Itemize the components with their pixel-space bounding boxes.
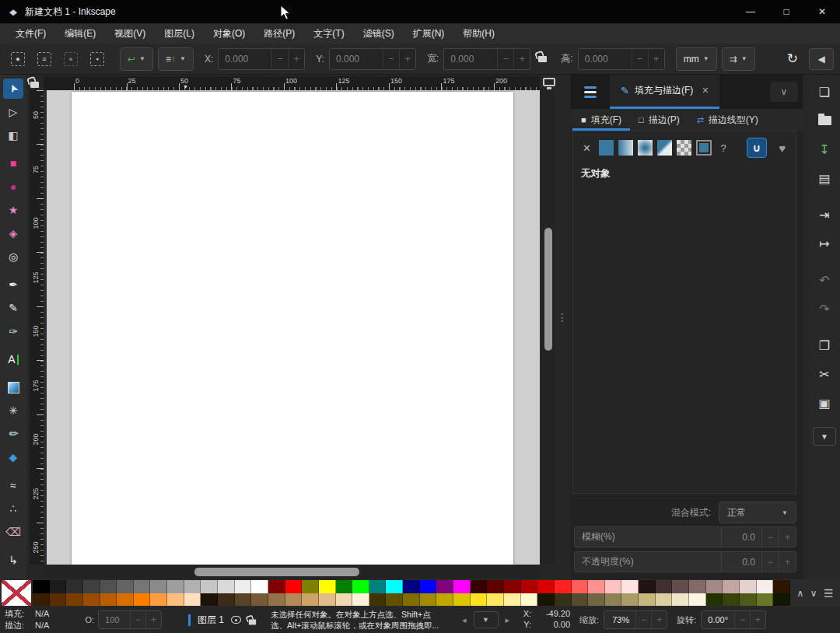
menu-item-2[interactable]: 视图(V): [105, 24, 155, 44]
opacity-plus-button[interactable]: +: [779, 552, 796, 572]
color-swatch-row2-11[interactable]: [218, 593, 235, 607]
color-swatch-row2-23[interactable]: [420, 593, 437, 607]
fill-rule-nonzero-button[interactable]: ♥: [772, 138, 793, 158]
color-swatch-row2-31[interactable]: [555, 593, 572, 607]
tool-paint-bucket[interactable]: ◆: [3, 447, 23, 467]
opacity-minus-button[interactable]: −: [761, 552, 779, 572]
import-button[interactable]: ⇥: [815, 205, 834, 224]
color-swatch-row1-38[interactable]: [672, 580, 689, 593]
tool-node-editor[interactable]: ▷: [3, 102, 23, 122]
color-swatch-row2-2[interactable]: [66, 593, 83, 607]
color-swatch-row2-14[interactable]: [268, 593, 285, 607]
color-swatch-row1-9[interactable]: [184, 580, 201, 593]
canvas-viewport[interactable]: [44, 90, 540, 565]
color-swatch-row2-28[interactable]: [504, 593, 521, 607]
color-swatch-row2-26[interactable]: [471, 593, 488, 607]
tool-gradient[interactable]: [3, 377, 23, 397]
color-swatch-row2-1[interactable]: [50, 593, 67, 607]
height-field[interactable]: 0.000 −+: [578, 48, 665, 70]
select-all-icon[interactable]: ●: [11, 52, 25, 66]
subtab-stroke-style[interactable]: ⇄描边线型(Y): [688, 109, 767, 131]
color-swatch-row2-27[interactable]: [487, 593, 504, 607]
rotation-minus[interactable]: −: [734, 611, 750, 628]
dock-collapse-button[interactable]: ∨: [770, 82, 798, 102]
color-swatch-row2-34[interactable]: [605, 593, 622, 607]
color-swatch-row2-16[interactable]: [302, 593, 319, 607]
vertical-ruler[interactable]: 5075100125150175200225250: [30, 90, 44, 565]
paint-linear-gradient-button[interactable]: [618, 140, 633, 156]
color-swatch-row2-35[interactable]: [621, 593, 639, 607]
document-page[interactable]: [72, 92, 513, 565]
rotation-value[interactable]: 0.00°: [702, 611, 734, 628]
palette-scroll-down-icon[interactable]: ∨: [810, 588, 817, 599]
new-document-button[interactable]: ❏: [815, 82, 834, 101]
layer-lock-icon[interactable]: [249, 620, 256, 625]
zoom-field[interactable]: 73% − +: [604, 610, 667, 629]
blend-mode-dropdown[interactable]: 正常 ▼: [719, 502, 796, 523]
color-swatch-row1-19[interactable]: [352, 580, 369, 593]
maximize-button[interactable]: □: [768, 0, 804, 23]
message-next-icon[interactable]: ▸: [506, 615, 510, 625]
cut-button[interactable]: ✂: [815, 365, 834, 383]
palette-menu-icon[interactable]: ☰: [824, 587, 834, 600]
subtab-stroke-paint[interactable]: □描边(P): [630, 109, 688, 131]
tool-star[interactable]: ★: [3, 200, 23, 220]
message-dropdown-button[interactable]: ▼: [474, 611, 499, 628]
color-swatch-row1-14[interactable]: [268, 580, 285, 593]
color-swatch-row1-20[interactable]: [369, 580, 387, 593]
width-field[interactable]: 0.000 −+: [443, 48, 530, 70]
blur-value[interactable]: 0.0: [721, 527, 761, 547]
tool-dropper[interactable]: ✐: [3, 424, 23, 444]
color-swatch-row1-13[interactable]: [251, 580, 268, 593]
color-swatch-row1-33[interactable]: [588, 580, 605, 593]
color-swatch-row2-17[interactable]: [319, 593, 336, 607]
height-plus-button[interactable]: +: [648, 49, 664, 69]
color-management-icon[interactable]: [543, 78, 555, 86]
more-commands-button[interactable]: ▼: [813, 427, 836, 446]
dock-tab-swatches-icon[interactable]: [571, 75, 610, 109]
paint-none-button[interactable]: ✕: [579, 140, 594, 156]
zoom-value[interactable]: 73%: [604, 611, 635, 628]
vertical-scrollbar-thumb[interactable]: [544, 228, 552, 351]
color-swatch-row2-0[interactable]: [33, 593, 50, 607]
color-swatch-row1-28[interactable]: [504, 580, 521, 593]
color-swatch-row1-41[interactable]: [723, 580, 740, 593]
color-swatch-row2-12[interactable]: [235, 593, 252, 607]
color-swatch-row1-7[interactable]: [150, 580, 167, 593]
unit-dropdown[interactable]: mm▼: [676, 47, 717, 71]
opacity-plus[interactable]: +: [145, 611, 161, 628]
x-field-value[interactable]: 0.000: [219, 49, 271, 69]
tool-selector[interactable]: ➤: [3, 79, 23, 99]
width-field-value[interactable]: 0.000: [444, 49, 497, 69]
close-button[interactable]: ✕: [804, 0, 840, 23]
color-swatch-row1-21[interactable]: [386, 580, 403, 593]
height-field-value[interactable]: 0.000: [579, 49, 632, 69]
color-swatch-row1-31[interactable]: [555, 580, 572, 593]
tab-close-icon[interactable]: ✕: [702, 86, 709, 96]
opacity-value[interactable]: 0.0: [721, 552, 761, 572]
lock-ratio-icon[interactable]: [538, 56, 547, 62]
color-swatch-row1-5[interactable]: [117, 580, 134, 593]
color-swatch-row2-36[interactable]: [639, 593, 656, 607]
color-swatch-row1-23[interactable]: [420, 580, 437, 593]
x-minus-button[interactable]: −: [271, 49, 288, 69]
color-swatch-row1-30[interactable]: [537, 580, 555, 593]
tool-spiral[interactable]: ◎: [3, 247, 23, 267]
object-opacity-value[interactable]: 100: [99, 611, 130, 628]
subtab-fill[interactable]: ■填充(F): [572, 109, 630, 131]
color-swatch-row1-26[interactable]: [471, 580, 488, 593]
color-swatch-row1-40[interactable]: [706, 580, 723, 593]
menu-item-1[interactable]: 编辑(E): [55, 24, 105, 44]
zoom-plus[interactable]: +: [651, 611, 667, 628]
current-layer-name[interactable]: 图层 1: [198, 614, 224, 627]
print-button[interactable]: ▤: [815, 169, 834, 187]
color-swatch-row2-4[interactable]: [100, 593, 117, 607]
menu-item-5[interactable]: 路径(P): [254, 24, 304, 44]
tool-rectangle[interactable]: ■: [3, 153, 23, 173]
tool-pen[interactable]: ✒: [3, 275, 23, 295]
color-swatch-row2-15[interactable]: [285, 593, 303, 607]
color-swatch-row2-32[interactable]: [572, 593, 589, 607]
snap-bar-collapse-button[interactable]: ◀: [809, 48, 834, 70]
color-swatch-row1-37[interactable]: [656, 580, 673, 593]
tool-pencil[interactable]: ✎: [3, 298, 23, 318]
